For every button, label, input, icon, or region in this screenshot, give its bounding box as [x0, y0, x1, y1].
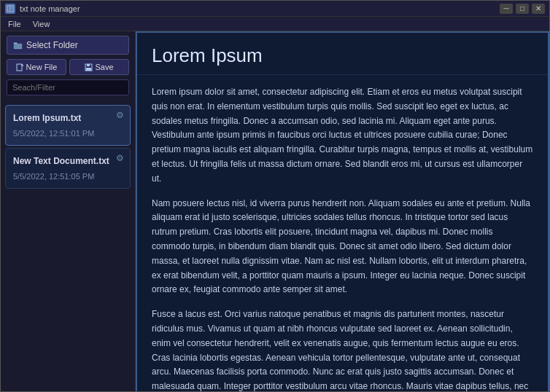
minimize-button[interactable]: ─: [500, 4, 513, 14]
svg-rect-10: [86, 68, 91, 71]
maximize-button[interactable]: □: [516, 4, 529, 14]
menu-bar: File View: [1, 17, 549, 31]
gear-icon[interactable]: ⚙: [116, 153, 124, 163]
new-file-icon: [16, 63, 24, 71]
new-file-button[interactable]: New File: [7, 59, 66, 75]
svg-rect-4: [17, 64, 22, 71]
file-item[interactable]: ⚙ Lorem Ipsum.txt 5/5/2022, 12:51:01 PM: [5, 105, 131, 146]
app-title: txt note manager: [20, 4, 80, 13]
app-icon: [5, 4, 15, 14]
main-layout: Select Folder New File Save: [1, 31, 549, 392]
file-date: 5/5/2022, 12:51:01 PM: [13, 129, 123, 138]
menu-file[interactable]: File: [4, 18, 26, 30]
svg-rect-9: [87, 64, 90, 66]
folder-icon: [13, 41, 23, 50]
close-button[interactable]: ✕: [532, 4, 545, 14]
title-bar-left: txt note manager: [5, 4, 80, 14]
paragraph-3: Fusce a lacus est. Orci varius natoque p…: [152, 307, 533, 391]
select-folder-button[interactable]: Select Folder: [7, 36, 129, 55]
file-date: 5/5/2022, 12:51:05 PM: [13, 172, 123, 181]
content-area: Lorem Ipsum Lorem ipsum dolor sit amet, …: [136, 31, 549, 392]
paragraph-2: Nam posuere lectus nisl, id viverra puru…: [152, 197, 533, 298]
sidebar: Select Folder New File Save: [1, 31, 136, 392]
title-bar: txt note manager ─ □ ✕: [1, 1, 549, 17]
action-buttons: New File Save: [7, 59, 129, 75]
search-input[interactable]: [7, 79, 129, 95]
save-icon: [85, 63, 93, 71]
gear-icon[interactable]: ⚙: [116, 110, 124, 120]
file-name: New Text Document.txt: [13, 156, 123, 166]
menu-view[interactable]: View: [28, 18, 55, 30]
document-body[interactable]: Lorem ipsum dolor sit amet, consectetur …: [137, 75, 548, 391]
file-item[interactable]: ⚙ New Text Document.txt 5/5/2022, 12:51:…: [5, 148, 131, 189]
window-controls: ─ □ ✕: [500, 4, 545, 14]
document-title: Lorem Ipsum: [137, 33, 548, 75]
file-name: Lorem Ipsum.txt: [13, 113, 123, 123]
file-list: ⚙ Lorem Ipsum.txt 5/5/2022, 12:51:01 PM …: [1, 100, 135, 392]
paragraph-1: Lorem ipsum dolor sit amet, consectetur …: [152, 85, 533, 187]
save-button[interactable]: Save: [69, 59, 129, 75]
